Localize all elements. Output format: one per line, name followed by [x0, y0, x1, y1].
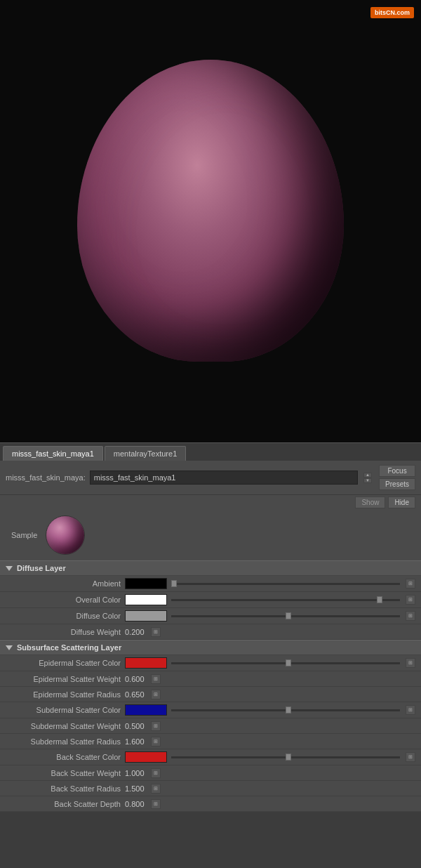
subdermal-radius-label: Subdermal Scatter Radius	[6, 737, 125, 746]
ambient-label: Ambient	[6, 579, 125, 588]
sss-triangle-icon	[6, 645, 13, 650]
overall-color-row: Overall Color ⊞	[0, 592, 421, 608]
epidermal-weight-value: 0.600	[125, 675, 149, 683]
subdermal-color-slider-handle[interactable]	[286, 706, 291, 714]
overall-color-swatch[interactable]	[125, 594, 167, 605]
back-scatter-weight-row: Back Scatter Weight 1.000 ⊞	[0, 765, 421, 781]
subdermal-color-slider-track[interactable]	[171, 709, 400, 711]
subdermal-color-map-icon[interactable]: ⊞	[406, 705, 415, 715]
subdermal-color-row: Subdermal Scatter Color ⊞	[0, 702, 421, 718]
ambient-map-icon[interactable]: ⊞	[406, 579, 415, 588]
nav-arrows: ▲ ▼	[363, 473, 372, 483]
3d-viewport[interactable]: bitsCN.com	[0, 0, 421, 442]
diffuse-weight-value: 0.200	[125, 628, 149, 636]
epidermal-color-slider-track[interactable]	[171, 662, 400, 664]
overall-color-slider-track[interactable]	[171, 599, 400, 601]
subdermal-color-label: Subdermal Scatter Color	[6, 706, 125, 714]
arrow-up[interactable]: ▲	[363, 473, 372, 478]
show-hide-row: Show Hide	[0, 495, 421, 510]
epidermal-weight-map-icon[interactable]: ⊞	[151, 674, 161, 684]
sss-layer-header[interactable]: Subsurface Scattering Layer	[0, 640, 421, 655]
subdermal-weight-row: Subdermal Scatter Weight 0.500 ⊞	[0, 718, 421, 734]
ambient-row: Ambient ⊞	[0, 576, 421, 592]
back-scatter-radius-row: Back Scatter Radius 1.500 ⊞	[0, 781, 421, 796]
diffuse-color-slider-handle[interactable]	[286, 612, 291, 619]
back-scatter-weight-value: 1.000	[125, 769, 149, 777]
back-scatter-radius-map-icon[interactable]: ⊞	[151, 784, 161, 794]
focus-presets-group: Focus Presets	[379, 465, 415, 490]
back-scatter-radius-value: 1.500	[125, 784, 149, 793]
material-name-input[interactable]	[90, 471, 358, 485]
epidermal-color-label: Epidermal Scatter Color	[6, 659, 125, 667]
back-scatter-color-slider-track[interactable]	[171, 756, 400, 758]
epidermal-radius-row: Epidermal Scatter Radius 0.650 ⊞	[0, 687, 421, 702]
epidermal-color-swatch[interactable]	[125, 657, 167, 669]
epidermal-color-slider-handle[interactable]	[286, 659, 291, 666]
epidermal-radius-value: 0.650	[125, 690, 149, 699]
overall-color-map-icon[interactable]: ⊞	[406, 595, 415, 605]
diffuse-weight-row: Diffuse Weight 0.200 ⊞	[0, 624, 421, 640]
subdermal-weight-value: 0.500	[125, 722, 149, 730]
subdermal-radius-row: Subdermal Scatter Radius 1.600 ⊞	[0, 734, 421, 749]
triangle-icon	[6, 566, 13, 571]
back-scatter-depth-map-icon[interactable]: ⊞	[151, 799, 161, 809]
epidermal-color-row: Epidermal Scatter Color ⊞	[0, 655, 421, 671]
back-scatter-weight-map-icon[interactable]: ⊞	[151, 768, 161, 778]
diffuse-weight-label: Diffuse Weight	[6, 628, 125, 636]
show-button[interactable]: Show	[355, 497, 385, 508]
sample-area: Sample	[0, 510, 421, 560]
back-scatter-color-map-icon[interactable]: ⊞	[406, 752, 415, 762]
back-scatter-depth-label: Back Scatter Depth	[6, 800, 125, 808]
subdermal-color-swatch[interactable]	[125, 704, 167, 716]
subdermal-weight-label: Subdermal Scatter Weight	[6, 722, 125, 730]
watermark: bitsCN.com	[370, 7, 414, 18]
epidermal-radius-map-icon[interactable]: ⊞	[151, 690, 161, 699]
diffuse-weight-map-icon[interactable]: ⊞	[151, 627, 161, 637]
overall-color-label: Overall Color	[6, 596, 125, 604]
epidermal-weight-row: Epidermal Scatter Weight 0.600 ⊞	[0, 671, 421, 687]
hide-button[interactable]: Hide	[388, 497, 415, 508]
back-scatter-depth-value: 0.800	[125, 800, 149, 808]
head-sphere	[77, 60, 344, 362]
head-render	[42, 39, 379, 404]
diffuse-color-row: Diffuse Color ⊞	[0, 608, 421, 624]
epidermal-color-map-icon[interactable]: ⊞	[406, 658, 415, 668]
subdermal-weight-map-icon[interactable]: ⊞	[151, 721, 161, 731]
material-panel: misss_fast_skin_maya1 mentalrayTexture1 …	[0, 442, 421, 812]
back-scatter-radius-label: Back Scatter Radius	[6, 784, 125, 793]
ambient-slider-handle[interactable]	[171, 580, 177, 587]
back-scatter-weight-label: Back Scatter Weight	[6, 769, 125, 777]
subdermal-radius-value: 1.600	[125, 737, 149, 746]
subdermal-radius-map-icon[interactable]: ⊞	[151, 737, 161, 747]
back-scatter-color-label: Back Scatter Color	[6, 753, 125, 761]
diffuse-color-swatch[interactable]	[125, 610, 167, 622]
back-scatter-depth-row: Back Scatter Depth 0.800 ⊞	[0, 796, 421, 812]
sample-label: Sample	[11, 531, 37, 539]
epidermal-weight-label: Epidermal Scatter Weight	[6, 675, 125, 683]
overall-color-slider-handle[interactable]	[377, 596, 382, 603]
tab-bar: misss_fast_skin_maya1 mentalrayTexture1	[0, 443, 421, 461]
back-scatter-color-slider-handle[interactable]	[286, 754, 291, 761]
presets-button[interactable]: Presets	[379, 478, 415, 490]
diffuse-color-map-icon[interactable]: ⊞	[406, 611, 415, 621]
back-scatter-color-row: Back Scatter Color ⊞	[0, 749, 421, 765]
tab-misss[interactable]: misss_fast_skin_maya1	[3, 446, 103, 461]
diffuse-color-label: Diffuse Color	[6, 612, 125, 620]
sss-layer-title: Subsurface Scattering Layer	[17, 643, 121, 652]
ambient-color-swatch[interactable]	[125, 578, 167, 589]
diffuse-color-slider-track[interactable]	[171, 615, 400, 617]
sample-sphere[interactable]	[46, 515, 85, 555]
toolbar-label: misss_fast_skin_maya:	[6, 473, 86, 482]
back-scatter-color-swatch[interactable]	[125, 751, 167, 763]
focus-button[interactable]: Focus	[379, 465, 415, 477]
ambient-slider-track[interactable]	[171, 583, 400, 585]
tab-mentalray[interactable]: mentalrayTexture1	[105, 446, 187, 461]
epidermal-radius-label: Epidermal Scatter Radius	[6, 690, 125, 699]
arrow-down[interactable]: ▼	[363, 478, 372, 483]
diffuse-layer-header[interactable]: Diffuse Layer	[0, 560, 421, 576]
diffuse-layer-title: Diffuse Layer	[17, 564, 66, 572]
toolbar-row: misss_fast_skin_maya: ▲ ▼ Focus Presets	[0, 461, 421, 495]
